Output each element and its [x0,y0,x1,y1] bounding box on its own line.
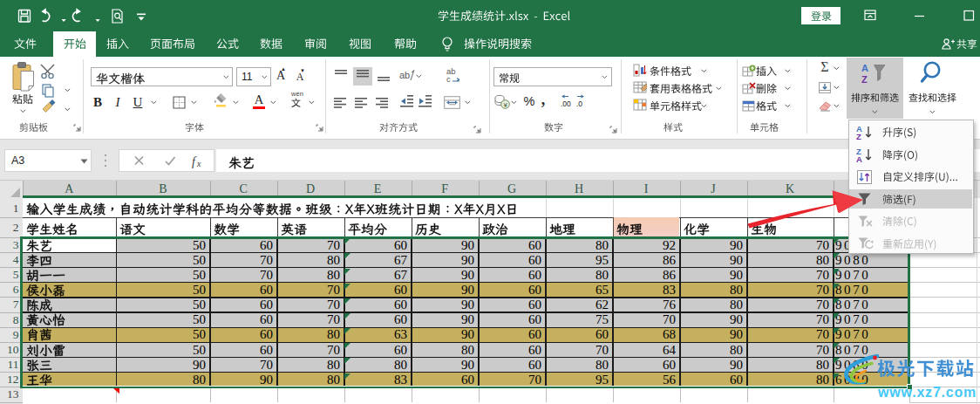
svg-text:Z: Z [856,132,861,140]
svg-text:A: A [861,63,868,73]
svg-text:Z: Z [861,74,868,85]
svg-text:¥: ¥ [503,101,508,109]
svg-text:c: c [446,74,451,84]
svg-text:x: x [196,159,201,168]
svg-text:.0: .0 [576,99,582,108]
svg-text:ab: ab [399,70,410,80]
svg-text:A: A [856,154,862,163]
svg-text:.00: .00 [561,99,571,108]
